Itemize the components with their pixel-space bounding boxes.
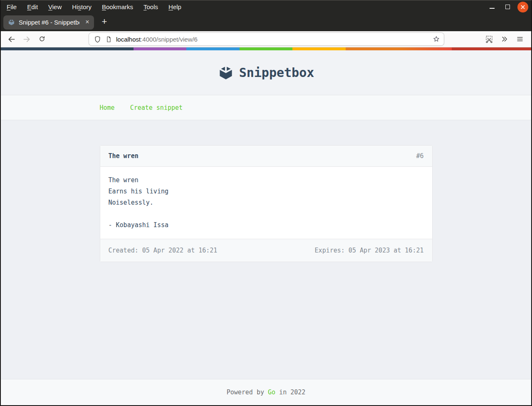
main-content: The wren #6 The wren Earns his living No… xyxy=(1,120,531,379)
menu-file[interactable]: File xyxy=(7,3,17,10)
page-viewport: Snippetbox HomeCreate snippet The wren #… xyxy=(1,47,531,405)
new-tab-button[interactable]: + xyxy=(98,16,111,29)
hamburger-menu-icon xyxy=(516,35,524,43)
footer-prefix: Powered by xyxy=(227,389,268,396)
tracking-protection-button[interactable] xyxy=(94,35,101,43)
snippet-card-header: The wren #6 xyxy=(100,146,432,166)
rainbow-strip xyxy=(1,47,531,50)
brand-logo-link[interactable]: Snippetbox xyxy=(218,65,314,81)
menu-help[interactable]: Help xyxy=(168,3,181,10)
overflow-menu-button[interactable] xyxy=(498,32,511,46)
maximize-icon xyxy=(505,5,510,9)
back-arrow-icon xyxy=(7,35,15,43)
snippet-body: The wren Earns his living Noiselessly. -… xyxy=(100,166,432,239)
star-icon xyxy=(433,35,440,43)
reload-icon xyxy=(38,35,46,43)
url-path: :4000/snippet/view/6 xyxy=(141,36,198,43)
tab-bar: Snippet #6 - Snippetbox × + xyxy=(1,13,531,31)
nav-link-home[interactable]: Home xyxy=(100,104,115,111)
footer-suffix: in 2022 xyxy=(275,389,305,396)
snippet-id-badge: #6 xyxy=(416,152,423,160)
bookmark-button[interactable] xyxy=(433,35,440,43)
footer-text: Powered by Go in 2022 xyxy=(227,389,306,396)
snippet-card: The wren #6 The wren Earns his living No… xyxy=(100,145,433,262)
footer-go-link[interactable]: Go xyxy=(268,389,275,396)
maximize-button[interactable] xyxy=(502,2,513,12)
tab-close-icon[interactable]: × xyxy=(83,18,92,27)
snippet-title: The wren xyxy=(109,152,139,160)
snippet-created-time: Created: 05 Apr 2022 at 16:21 xyxy=(109,246,218,255)
forward-arrow-icon xyxy=(23,35,31,43)
menu-view[interactable]: View xyxy=(48,3,62,10)
menubar-items: FileEditViewHistoryBookmarksToolsHelp xyxy=(7,3,181,10)
browser-window: FileEditViewHistoryBookmarksToolsHelp xyxy=(0,0,532,406)
shield-icon xyxy=(94,35,101,43)
menu-history[interactable]: History xyxy=(72,3,92,10)
screenshot-scissors-icon xyxy=(485,35,493,43)
toolbar-right-icons xyxy=(483,32,529,46)
url-text[interactable]: localhost:4000/snippet/view/6 xyxy=(116,36,429,43)
menu-bookmarks[interactable]: Bookmarks xyxy=(102,3,133,10)
site-footer: Powered by Go in 2022 xyxy=(1,379,531,405)
navigation-toolbar: localhost:4000/snippet/view/6 xyxy=(1,31,531,47)
snippet-metadata: Created: 05 Apr 2022 at 16:21 Expires: 0… xyxy=(100,239,432,262)
site-identity-button[interactable] xyxy=(105,36,112,43)
nav-link-create-snippet[interactable]: Create snippet xyxy=(130,104,183,111)
screenshot-button[interactable] xyxy=(483,32,496,46)
tab-snippetbox[interactable]: Snippet #6 - Snippetbox × xyxy=(3,15,94,30)
minimize-icon xyxy=(490,8,495,9)
brand-title: Snippetbox xyxy=(239,65,314,80)
close-icon xyxy=(517,2,528,12)
site-nav: HomeCreate snippet xyxy=(1,95,531,120)
minimize-button[interactable] xyxy=(487,2,497,12)
url-host: localhost xyxy=(116,36,141,43)
close-button[interactable] xyxy=(517,2,528,12)
snippetbox-favicon-icon xyxy=(8,19,15,26)
window-controls xyxy=(487,2,531,12)
app-menu-button[interactable] xyxy=(513,32,527,46)
menu-edit[interactable]: Edit xyxy=(27,3,38,10)
menu-tools[interactable]: Tools xyxy=(144,3,158,10)
double-chevron-icon xyxy=(501,35,508,43)
menubar: FileEditViewHistoryBookmarksToolsHelp xyxy=(1,0,531,13)
snippetbox-cube-icon xyxy=(218,65,234,81)
site-nav-links: HomeCreate snippet xyxy=(100,104,433,111)
back-button[interactable] xyxy=(5,32,18,46)
url-bar[interactable]: localhost:4000/snippet/view/6 xyxy=(89,33,444,45)
reload-button[interactable] xyxy=(35,32,49,46)
tab-title: Snippet #6 - Snippetbox xyxy=(19,19,79,26)
site-header: Snippetbox xyxy=(1,50,531,95)
snippet-expires-time: Expires: 05 Apr 2023 at 16:21 xyxy=(315,246,424,255)
forward-button[interactable] xyxy=(20,32,33,46)
page-icon xyxy=(105,36,112,43)
